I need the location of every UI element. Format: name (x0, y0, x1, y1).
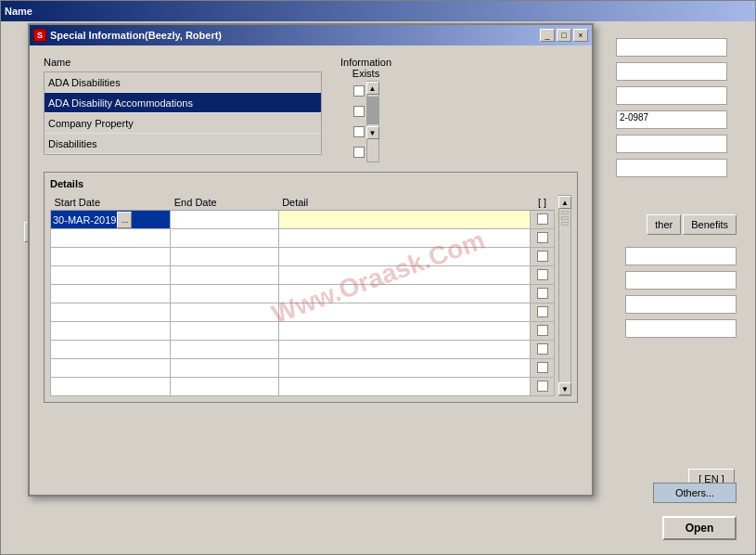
row-check-1[interactable] (537, 213, 548, 225)
row-checkbox-2 (531, 229, 555, 248)
info-exists-area: Information Exists (340, 57, 391, 162)
detail-scrollbar: ▲ ▼ (558, 195, 571, 396)
table-row (51, 303, 555, 322)
bg-title: Name (5, 6, 32, 17)
scroll-up-arrow[interactable]: ▲ (366, 82, 379, 95)
info-exists-with-scroll: ▲ ▼ (353, 81, 379, 162)
row-checkbox-4 (531, 266, 555, 285)
detail-scroll-down[interactable]: ▼ (558, 382, 571, 395)
right-lower-field-2 (625, 271, 737, 290)
name-section: Name ADA Disabilities ADA Disability Acc… (44, 57, 578, 162)
right-field-2 (616, 62, 727, 81)
checkbox-row-1 (353, 81, 365, 101)
table-row: 30-MAR-2019 ... (51, 211, 555, 229)
name-header: Name (44, 57, 322, 68)
date-picker-button[interactable]: ... (117, 212, 132, 228)
row-check-6[interactable] (537, 306, 548, 317)
row-check-4[interactable] (537, 269, 548, 280)
row-checkbox-6 (531, 303, 555, 322)
row-check-2[interactable] (537, 232, 548, 243)
end-date-cell-1[interactable] (171, 211, 278, 229)
right-lower-field-4 (625, 319, 737, 338)
checkbox-row-4 (353, 142, 365, 162)
tab-area: ther Benefits (647, 214, 737, 235)
table-row (51, 341, 555, 359)
info-header: Information Exists (340, 57, 391, 79)
right-field-6 (616, 159, 727, 177)
details-table: Start Date End Date Detail [ ] 30-MAR-20… (50, 195, 555, 396)
name-list-area: Name ADA Disabilities ADA Disability Acc… (44, 57, 322, 162)
row-checkbox-3 (531, 248, 555, 266)
scroll-notch-3 (561, 222, 569, 226)
details-section: Details Start Date End Date Detail [ ] (44, 172, 578, 403)
special-info-dialog: S Special Information(Beezly, Robert) _ … (28, 23, 594, 497)
row-check-5[interactable] (537, 288, 548, 299)
checkbox-company[interactable] (353, 126, 365, 137)
row-check-3[interactable] (537, 251, 548, 262)
row-check-10[interactable] (537, 381, 548, 392)
modal-title-text: Special Information(Beezly, Robert) (50, 30, 222, 41)
info-label: Information (340, 57, 391, 68)
tab-other[interactable]: ther (647, 214, 681, 235)
detail-cell-1[interactable] (278, 211, 531, 229)
table-row (51, 378, 555, 396)
name-item-ada-accommodations[interactable]: ADA Disability Accommodations (45, 93, 321, 113)
details-label: Details (50, 178, 571, 189)
table-row (51, 322, 555, 341)
row-checkbox-8 (531, 341, 555, 359)
detail-scroll-up[interactable]: ▲ (558, 196, 571, 209)
checkbox-ada-acc[interactable] (353, 106, 365, 117)
start-date-cell[interactable]: 30-MAR-2019 ... (51, 211, 171, 229)
table-row (51, 229, 555, 248)
right-field-5 (616, 135, 727, 153)
tab-benefits[interactable]: Benefits (683, 214, 737, 235)
modal-controls: _ □ × (540, 29, 588, 42)
name-item-disabilities[interactable]: Disabilities (45, 134, 321, 154)
modal-minimize[interactable]: _ (540, 29, 555, 42)
start-date-value: 30-MAR-2019 (53, 214, 116, 226)
table-row (51, 266, 555, 285)
right-field-1 (616, 38, 727, 57)
modal-icon: S (33, 29, 46, 42)
right-panel: 2-0987 (616, 38, 737, 177)
end-date-cell-2[interactable] (171, 229, 278, 248)
row-check-7[interactable] (537, 325, 548, 336)
name-item-company-property[interactable]: Company Property (45, 113, 321, 134)
info-checkboxes (353, 81, 365, 162)
modal-close[interactable]: × (573, 29, 588, 42)
detail-scroll-track (559, 209, 570, 382)
row-check-8[interactable] (537, 343, 548, 355)
right-field-phone: 2-0987 (616, 110, 727, 129)
scroll-thumb (367, 97, 378, 124)
scroll-down-arrow[interactable]: ▼ (366, 126, 379, 139)
open-button[interactable]: Open (662, 516, 737, 540)
row-checkbox-7 (531, 322, 555, 341)
checkbox-disabilities[interactable] (353, 147, 365, 158)
row-checkbox-5 (531, 285, 555, 303)
row-check-9[interactable] (537, 362, 548, 373)
checkbox-row-2 (353, 101, 365, 122)
col-start-date: Start Date (51, 195, 171, 211)
modal-maximize[interactable]: □ (557, 29, 571, 42)
table-row (51, 359, 555, 378)
col-bracket: [ ] (531, 195, 555, 211)
others-button[interactable]: Others... (653, 483, 737, 503)
name-item-ada-disabilities[interactable]: ADA Disabilities (45, 72, 321, 93)
bg-titlebar: Name (1, 1, 755, 21)
right-lower-field-3 (625, 295, 737, 314)
exists-label: Exists (340, 68, 391, 79)
name-scrollbar: ▲ ▼ (366, 81, 379, 162)
right-panel-lower (625, 247, 737, 338)
detail-cell-2[interactable] (278, 229, 531, 248)
details-content: Start Date End Date Detail [ ] 30-MAR-20… (50, 195, 571, 396)
scroll-notch-2 (561, 216, 569, 220)
right-lower-field-1 (625, 247, 737, 265)
start-date-cell-2[interactable] (51, 229, 171, 248)
row-checkbox-1 (531, 211, 555, 229)
name-list: ADA Disabilities ADA Disability Accommod… (44, 71, 322, 155)
checkbox-ada[interactable] (353, 85, 365, 97)
table-row (51, 248, 555, 266)
row-checkbox-10 (531, 378, 555, 396)
col-detail: Detail (278, 195, 531, 211)
modal-titlebar: S Special Information(Beezly, Robert) _ … (30, 25, 592, 45)
